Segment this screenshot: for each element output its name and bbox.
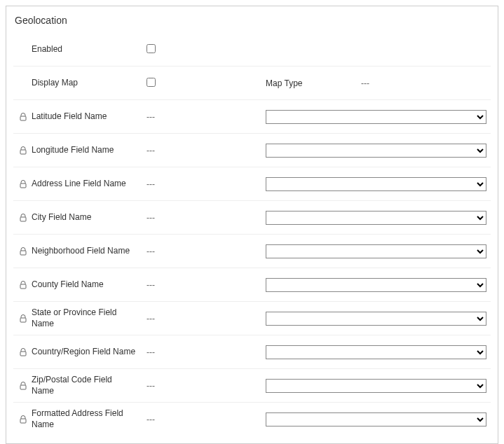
svg-rect-8 [20, 385, 26, 389]
value-map-type: --- [357, 78, 369, 88]
value-latitude: --- [137, 112, 155, 122]
svg-rect-9 [20, 419, 26, 423]
lock-icon [18, 146, 29, 155]
label-address: Address Line Field Name [29, 179, 137, 190]
label-latitude: Latitude Field Name [29, 111, 137, 123]
label-city: City Field Name [29, 212, 137, 223]
label-neighborhood: Neighborhood Field Name [29, 246, 137, 257]
lock-icon [18, 180, 29, 188]
lock-icon [18, 247, 29, 256]
select-formatted[interactable] [266, 412, 486, 426]
value-address: --- [137, 179, 155, 189]
label-county: County Field Name [29, 279, 137, 291]
label-display-map: Display Map [29, 78, 137, 89]
row-city: City Field Name --- [13, 201, 491, 235]
svg-rect-7 [20, 352, 26, 356]
label-zip: Zip/Postal Code Field Name [29, 375, 137, 396]
svg-rect-5 [20, 284, 26, 289]
svg-rect-3 [20, 217, 26, 221]
geolocation-panel: Geolocation Enabled Display Map [6, 6, 498, 444]
value-city: --- [137, 213, 155, 223]
row-county: County Field Name --- [13, 268, 491, 302]
lock-icon [18, 113, 29, 121]
select-zip[interactable] [266, 379, 486, 393]
select-county[interactable] [266, 278, 486, 292]
row-enabled: Enabled [13, 33, 491, 67]
checkbox-display-map[interactable] [147, 78, 156, 87]
lock-icon [18, 281, 29, 289]
label-longitude: Longitude Field Name [29, 145, 137, 156]
label-formatted: Formatted Address Field Name [29, 408, 137, 430]
row-zip: Zip/Postal Code Field Name --- [13, 369, 491, 403]
label-state: State or Province Field Name [29, 307, 137, 329]
label-enabled: Enabled [29, 44, 137, 55]
lock-icon [18, 382, 29, 390]
value-country: --- [137, 347, 155, 357]
row-neighborhood: Neighborhood Field Name --- [13, 235, 491, 268]
checkbox-enabled[interactable] [147, 44, 156, 53]
panel-title: Geolocation [15, 15, 491, 26]
value-state: --- [137, 314, 155, 324]
row-display-map: Display Map Map Type --- [13, 67, 491, 100]
lock-icon [18, 348, 29, 356]
value-formatted: --- [137, 415, 155, 424]
row-state: State or Province Field Name --- [13, 302, 491, 335]
label-map-type: Map Type [266, 78, 357, 88]
svg-rect-1 [20, 150, 26, 154]
value-county: --- [137, 280, 155, 290]
value-zip: --- [137, 381, 155, 391]
select-longitude[interactable] [266, 144, 486, 158]
row-latitude: Latitude Field Name --- [13, 100, 491, 134]
value-longitude: --- [137, 146, 155, 155]
value-neighborhood: --- [137, 247, 155, 256]
svg-rect-0 [20, 116, 26, 120]
select-city[interactable] [266, 211, 486, 225]
select-country[interactable] [266, 345, 486, 359]
row-country: Country/Region Field Name --- [13, 335, 491, 369]
select-address[interactable] [266, 177, 486, 191]
svg-rect-6 [20, 318, 26, 322]
row-longitude: Longitude Field Name --- [13, 134, 491, 167]
lock-icon [18, 214, 29, 222]
lock-icon [18, 314, 29, 323]
label-country: Country/Region Field Name [29, 347, 137, 358]
svg-rect-4 [20, 251, 26, 255]
select-neighborhood[interactable] [266, 244, 486, 258]
svg-rect-2 [20, 183, 26, 188]
select-latitude[interactable] [266, 110, 486, 124]
row-formatted: Formatted Address Field Name --- [13, 403, 491, 436]
select-state[interactable] [266, 312, 486, 326]
lock-icon [18, 415, 29, 424]
row-address: Address Line Field Name --- [13, 167, 491, 201]
